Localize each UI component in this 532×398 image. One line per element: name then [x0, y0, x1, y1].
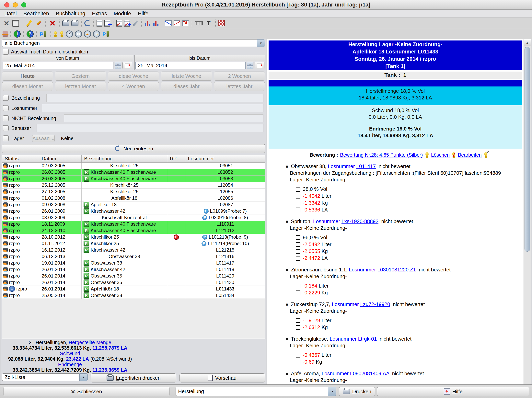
table-row[interactable]: rzpro25.12.2005Kirschlikör 25L12054: [2, 182, 265, 189]
filter-checkbox[interactable]: [3, 115, 9, 121]
bar-chart-2-icon[interactable]: [153, 20, 159, 26]
table-row[interactable]: rzpro28.10.2012RKirschlikör 25PPL101213(…: [2, 234, 265, 240]
menu-item-bearbeiten[interactable]: Bearbeiten: [23, 11, 49, 17]
reload-button[interactable]: Neu einlesen: [2, 144, 266, 153]
zoom-window-button[interactable]: [21, 2, 26, 7]
from-date-stepper[interactable]: ▲▼: [115, 62, 121, 69]
table-row[interactable]: rzpro06.12.2013Obstwasser 38L121316: [2, 253, 265, 260]
step-down-icon[interactable]: ▼: [115, 66, 121, 69]
lager-checkbox[interactable]: [3, 135, 9, 141]
circle-1-icon[interactable]: [13, 31, 21, 38]
rating-edit-link[interactable]: Bearbeiten: [458, 152, 482, 158]
trophy-edit-icon[interactable]: [60, 31, 64, 37]
losnummer-link[interactable]: L0301081220.Z1: [377, 267, 416, 273]
edit-check-icon[interactable]: [35, 19, 43, 27]
menu-item-datei[interactable]: Datei: [4, 11, 17, 17]
table-row[interactable]: rzpro18.11.2009RKirschwasser 40 Flaschen…: [2, 221, 265, 227]
chevron-down-icon[interactable]: [79, 373, 88, 381]
document-stamp-icon[interactable]: [116, 20, 122, 26]
table-row[interactable]: →rzpro26.01.2014RApfellikör 18L011433: [2, 286, 265, 292]
to-date-input[interactable]: 25. Mai 2014: [135, 62, 246, 69]
chart-blue-icon[interactable]: [165, 20, 172, 26]
step-up-icon[interactable]: ▲: [115, 62, 121, 66]
column-status[interactable]: Status: [2, 155, 39, 162]
table-row[interactable]: rzpro24.12.2010RKirschwasser 40 Flaschen…: [2, 227, 265, 234]
bottle-p-icon[interactable]: [39, 30, 47, 38]
window-icon[interactable]: [12, 20, 19, 27]
chart-red-icon[interactable]: [174, 20, 180, 26]
table-row[interactable]: rzpro26.01.2014RKirschwasser 42L011418: [2, 266, 265, 273]
h-circle-icon[interactable]: [75, 31, 82, 38]
printer-2-icon[interactable]: [71, 20, 78, 26]
quick-date-button[interactable]: diesen Monat: [2, 82, 53, 91]
refresh-icon[interactable]: [84, 20, 91, 26]
table-row[interactable]: rzpro26.01.2014RObstwasser 35L011429: [2, 273, 265, 279]
mode-select[interactable]: Herstellung: [176, 387, 336, 396]
table-row[interactable]: rzpro19.01.2014RObstwasser 38L011417: [2, 260, 265, 266]
print-button[interactable]: Drucken: [339, 387, 375, 396]
a-circle-icon[interactable]: [84, 31, 91, 38]
to-date-calendar-button[interactable]: [255, 62, 264, 69]
quick-date-button[interactable]: letzten Monat: [55, 82, 106, 91]
bar-chart-icon[interactable]: [145, 20, 151, 26]
menu-item-hilfe[interactable]: Hilfe: [138, 11, 148, 17]
scale-icon[interactable]: [3, 19, 10, 27]
filter-input[interactable]: [37, 124, 263, 132]
column-bezeichnung[interactable]: Bezeichnung: [82, 155, 167, 162]
chart-ts-icon[interactable]: [182, 20, 189, 26]
filter-checkbox[interactable]: [3, 95, 9, 101]
date-filter-checkbox[interactable]: [3, 49, 9, 55]
table-row[interactable]: rzpro26.01.2014RObstwasser 35L011430: [2, 279, 265, 286]
delete-x-icon[interactable]: [49, 19, 57, 27]
quick-date-button[interactable]: 2 Wochen: [214, 71, 265, 81]
table-row[interactable]: rzpro27.12.2005Kirschlikör 25L12055: [2, 189, 265, 195]
text-t-icon[interactable]: [205, 19, 213, 27]
table-row[interactable]: rzpro16.12.2012RKirschwasser 42L121215: [2, 247, 265, 253]
step-up-icon[interactable]: ▲: [247, 62, 253, 66]
scrollbar-thumb[interactable]: [525, 47, 530, 252]
table-row[interactable]: rzpro02.03.2005Kirschlikör 25L03051: [2, 163, 265, 169]
table-row[interactable]: rzpro08.03.2009Kirschsaft-KonzentratPL03…: [2, 215, 265, 221]
menu-item-module[interactable]: Module: [114, 11, 131, 17]
filter-input[interactable]: [46, 94, 263, 102]
losnummer-link[interactable]: Ltrgk-01: [358, 336, 377, 342]
rating-link[interactable]: Bewertung Nr.28: 4,65 Punkte (Silber): [340, 152, 423, 158]
losnummer-link[interactable]: L011417: [356, 163, 376, 169]
filter-input[interactable]: [64, 114, 263, 122]
quick-date-button[interactable]: Heute: [2, 71, 53, 81]
document-stamp-add-icon[interactable]: [124, 20, 130, 26]
from-date-input[interactable]: 25. Mai 2014: [3, 62, 114, 69]
column-losnummer[interactable]: Losnummer: [185, 155, 265, 162]
from-date-calendar-button[interactable]: [122, 62, 132, 69]
booking-scope-select[interactable]: alle Buchungen: [2, 39, 265, 47]
filter-input[interactable]: [42, 104, 263, 112]
pencil-icon[interactable]: [25, 19, 33, 27]
lager-select-button[interactable]: Auswahl...: [32, 135, 55, 142]
losnummer-link[interactable]: Lxs-1920-88892: [342, 218, 379, 224]
ruler-icon[interactable]: [195, 21, 203, 25]
printer-icon[interactable]: [62, 20, 70, 26]
table-row[interactable]: rzpro01.02.2008Apfellikör 18L02086: [2, 195, 265, 202]
chevron-down-icon[interactable]: [328, 387, 336, 396]
column-datum[interactable]: Datum: [39, 155, 82, 162]
close-window-button[interactable]: [4, 2, 9, 7]
eraser-icon[interactable]: [3, 31, 8, 37]
menu-item-buchhaltung[interactable]: Buchhaltung: [56, 11, 85, 17]
table-row[interactable]: rzpro01.11.2012RKirschlikör 25PL111214(P…: [2, 240, 265, 247]
quick-date-button[interactable]: letzte Woche: [161, 71, 212, 81]
quick-date-button[interactable]: 4 Wochen: [108, 82, 159, 91]
column-rp[interactable]: RP: [167, 155, 185, 162]
table-row[interactable]: rzpro26.03.2005RKirschwasser 40 Flaschen…: [2, 176, 265, 182]
checker-cube-icon[interactable]: [218, 20, 225, 26]
clock-arrow-icon[interactable]: [93, 31, 100, 38]
to-date-stepper[interactable]: ▲▼: [247, 62, 253, 69]
quick-date-button[interactable]: diese Woche: [108, 71, 159, 81]
detail-scrollbar[interactable]: ▲: [524, 39, 531, 385]
table-row[interactable]: rzpro09.02.2008RApfellikör 18L02087: [2, 202, 265, 208]
list-type-select[interactable]: Zoll-Liste: [2, 373, 88, 381]
preview-button[interactable]: Vorschau: [179, 373, 265, 382]
chevron-down-icon[interactable]: [257, 39, 265, 47]
document-icon[interactable]: [96, 20, 102, 26]
menu-item-extras[interactable]: Extras: [92, 11, 107, 17]
close-button[interactable]: × Schliessen: [4, 387, 170, 396]
